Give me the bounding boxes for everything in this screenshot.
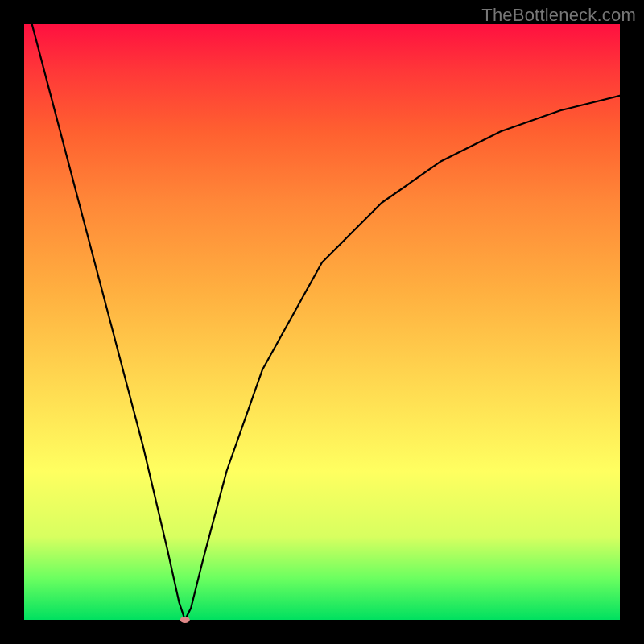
bottleneck-curve xyxy=(24,0,620,620)
chart-svg xyxy=(24,24,620,620)
watermark-text: TheBottleneck.com xyxy=(481,5,636,26)
minimum-marker xyxy=(180,617,190,623)
chart-frame: TheBottleneck.com xyxy=(0,0,644,644)
plot-area xyxy=(24,24,620,620)
